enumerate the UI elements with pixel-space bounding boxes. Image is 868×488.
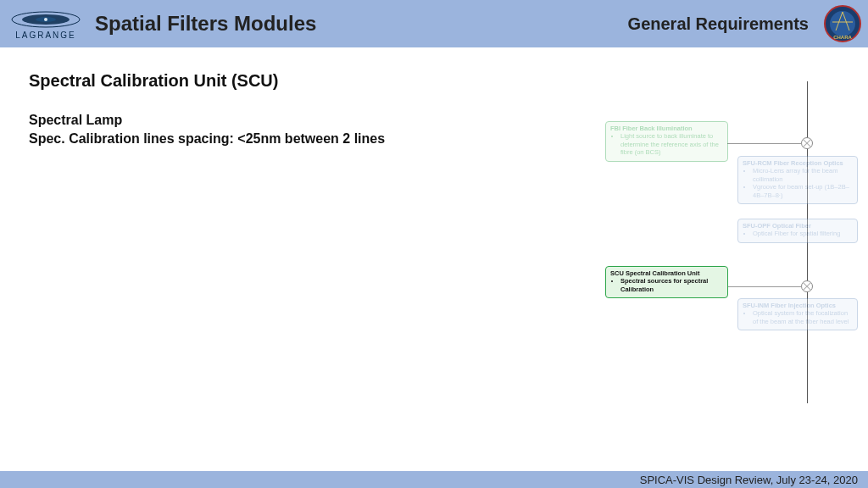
box-title: SFU-RCM Fiber Reception Optics <box>743 159 853 167</box>
slide-footer: SPICA-VIS Design Review, July 23-24, 202… <box>0 471 868 488</box>
slide-title: Spatial Filters Modules <box>95 12 316 36</box>
galaxy-icon <box>9 8 82 32</box>
box-title: SFU-INM Fiber Injection Optics <box>743 302 853 309</box>
connector-line <box>727 286 802 287</box>
box-bullet: Optical Fiber for spatial filtering <box>753 230 853 237</box>
connector-line <box>727 143 802 144</box>
junction-icon <box>801 137 813 149</box>
box-bullet: Light source to back illuminate to deter… <box>620 132 723 156</box>
box-bullet: Spectral sources for spectral Calibratio… <box>620 277 723 293</box>
junction-icon <box>801 280 813 292</box>
slide-header: LAGRANGE Spatial Filters Modules General… <box>0 0 868 47</box>
slide-subtitle: General Requirements <box>628 14 809 34</box>
chara-logo: CHARA <box>824 5 861 42</box>
box-bullet: Micro-Lens array for the beam collimatio… <box>753 167 853 183</box>
fbi-box: FBI Fiber Back Illumination Light source… <box>605 121 728 162</box>
footer-text: SPICA-VIS Design Review, July 23-24, 202… <box>640 474 858 486</box>
svg-point-5 <box>830 11 855 36</box>
lagrange-logo: LAGRANGE <box>3 3 88 44</box>
box-bullet: Vgroove for beam set-up (1B–2B–4B–7B–8·) <box>753 183 853 199</box>
rcm-box: SFU-RCM Fiber Reception Optics Micro-Len… <box>737 156 858 204</box>
svg-point-3 <box>44 18 47 21</box>
flow-diagram: FBI Fiber Back Illumination Light source… <box>590 81 861 403</box>
box-title: SFU-OPF Optical Fiber <box>743 222 853 230</box>
box-bullet: Optical system for the focalization of t… <box>753 309 853 325</box>
inm-box: SFU-INM Fiber Injection Optics Optical s… <box>737 298 858 330</box>
box-title: FBI Fiber Back Illumination <box>610 125 723 132</box>
svg-text:CHARA: CHARA <box>833 35 852 40</box>
brand-name: LAGRANGE <box>15 30 76 40</box>
scu-box: SCU Spectral Calibration Unit Spectral s… <box>605 266 728 298</box>
box-title: SCU Spectral Calibration Unit <box>610 269 723 277</box>
opf-box: SFU-OPF Optical Fiber Optical Fiber for … <box>737 219 858 243</box>
slide-body: Spectral Calibration Unit (SCU) Spectral… <box>0 47 868 471</box>
